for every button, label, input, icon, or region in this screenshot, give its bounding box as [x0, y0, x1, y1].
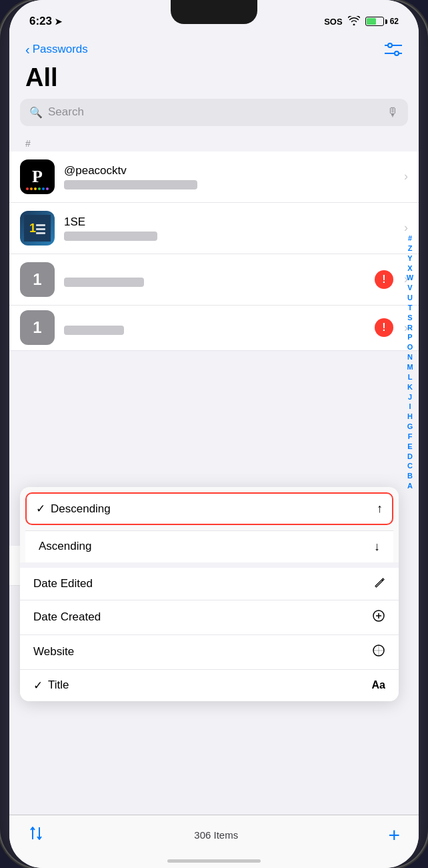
item-info	[64, 272, 375, 287]
list-item[interactable]: 1 1SE ›	[9, 203, 419, 254]
alpha-h[interactable]: H	[404, 412, 416, 422]
mic-icon[interactable]: 🎙	[387, 105, 399, 119]
alpha-i[interactable]: I	[404, 402, 416, 412]
item-title: 1SE	[64, 215, 399, 229]
peacock-dots	[26, 187, 49, 190]
battery-percent: 62	[390, 17, 399, 26]
list-item[interactable]: P @peacocktv ›	[9, 151, 419, 203]
sort-label: Website	[33, 645, 372, 659]
sort-label: Date Created	[33, 610, 372, 624]
back-chevron-icon: ‹	[25, 43, 30, 56]
filter-icon[interactable]	[384, 40, 403, 59]
battery-icon: 62	[365, 17, 399, 26]
page-title: All	[25, 64, 403, 92]
alpha-k[interactable]: K	[404, 382, 416, 392]
num2-app-icon: 1	[20, 310, 55, 345]
section-header-hash: #	[9, 134, 419, 151]
svg-rect-8	[36, 224, 45, 226]
time-display: 6:23	[29, 15, 52, 28]
alpha-c[interactable]: C	[404, 461, 416, 471]
nav-right-button[interactable]	[384, 40, 403, 59]
item-info: @peacocktv	[64, 164, 399, 189]
wifi-icon	[348, 16, 360, 27]
sort-plus-circle-icon	[372, 609, 385, 626]
sort-website-item[interactable]: Website	[20, 635, 399, 670]
alpha-m[interactable]: M	[404, 362, 416, 372]
1se-app-icon: 1	[20, 211, 55, 246]
check-icon: ✓	[36, 502, 45, 516]
nav-bar: ‹ Passwords	[9, 33, 419, 64]
peacock-letter: P	[32, 167, 43, 187]
item-count: 306 Items	[194, 829, 238, 841]
sort-descending-item[interactable]: ✓ Descending ↑	[25, 492, 393, 525]
alpha-j[interactable]: J	[404, 392, 416, 402]
sort-label: Ascending	[39, 540, 374, 553]
sort-compass-icon	[372, 644, 385, 661]
item-info: 1SE	[64, 215, 399, 241]
phone-frame: 6:23 ➤ SOS	[0, 0, 428, 868]
sort-label: Descending	[51, 502, 377, 516]
section-header-label: #	[25, 138, 31, 149]
sos-label: SOS	[324, 17, 342, 27]
search-input[interactable]: Search	[48, 105, 381, 119]
svg-text:1: 1	[29, 222, 36, 235]
item-subtitle-blurred	[64, 232, 157, 241]
notch	[171, 0, 257, 24]
alert-icon: !	[375, 318, 393, 337]
search-bar[interactable]: 🔍 Search 🎙	[20, 99, 408, 126]
sort-edit-icon	[373, 576, 385, 591]
sort-title-icon: Aa	[372, 679, 385, 691]
sort-date-created-item[interactable]: Date Created	[20, 600, 399, 635]
status-right: SOS 62	[324, 16, 399, 27]
peacock-app-icon: P	[20, 159, 55, 194]
num1-app-icon: 1	[20, 262, 55, 297]
item-subtitle-blurred	[64, 278, 144, 287]
item-subtitle-blurred	[64, 326, 124, 335]
sort-ascending-item[interactable]: Ascending ↓	[25, 531, 393, 562]
search-container: 🔍 Search 🎙	[9, 99, 419, 134]
chevron-right-icon: ›	[404, 321, 408, 335]
alpha-d[interactable]: D	[404, 452, 416, 462]
list-item[interactable]: 1 ! ›	[9, 306, 419, 351]
sort-order-icon[interactable]	[28, 825, 44, 845]
home-indicator	[167, 859, 261, 863]
sort-label: Title	[48, 679, 372, 692]
item-title: @peacocktv	[64, 164, 399, 177]
check-icon-title: ✓	[33, 679, 43, 693]
svg-point-3	[395, 51, 399, 55]
chevron-right-icon: ›	[404, 221, 408, 235]
status-time: 6:23 ➤	[29, 15, 62, 28]
item-info	[64, 320, 375, 335]
back-label: Passwords	[33, 43, 88, 56]
list-item[interactable]: 1 ! ›	[9, 254, 419, 306]
sort-date-edited-item[interactable]: Date Edited	[20, 568, 399, 600]
item-subtitle-blurred	[64, 180, 197, 189]
sort-label: Date Edited	[33, 577, 373, 590]
content-area: ‹ Passwords	[9, 33, 419, 868]
section-divider	[20, 562, 399, 568]
alpha-n[interactable]: N	[404, 352, 416, 362]
alpha-g[interactable]: G	[404, 422, 416, 432]
location-icon: ➤	[55, 17, 62, 27]
alpha-l[interactable]: L	[404, 372, 416, 382]
add-button[interactable]: +	[388, 825, 400, 845]
list-container: P @peacocktv ›	[9, 151, 419, 351]
alpha-e[interactable]: E	[404, 442, 416, 452]
phone-screen: 6:23 ➤ SOS	[9, 0, 419, 868]
page-title-section: All	[9, 64, 419, 99]
sort-title-item[interactable]: ✓ Title Aa	[20, 670, 399, 701]
sort-dropdown: ✓ Descending ↑ Ascending ↓ Date Edited	[20, 487, 399, 701]
sort-arrow-icon: ↓	[374, 540, 380, 554]
back-button[interactable]: ‹ Passwords	[25, 43, 88, 56]
sort-arrow-icon: ↑	[377, 502, 383, 516]
alert-icon: !	[375, 270, 393, 289]
search-icon: 🔍	[29, 106, 43, 119]
alpha-f[interactable]: F	[404, 432, 416, 442]
svg-rect-9	[36, 228, 45, 230]
chevron-right-icon: ›	[404, 169, 408, 183]
svg-rect-10	[36, 232, 45, 234]
chevron-right-icon: ›	[404, 272, 408, 286]
svg-point-0	[388, 43, 392, 47]
